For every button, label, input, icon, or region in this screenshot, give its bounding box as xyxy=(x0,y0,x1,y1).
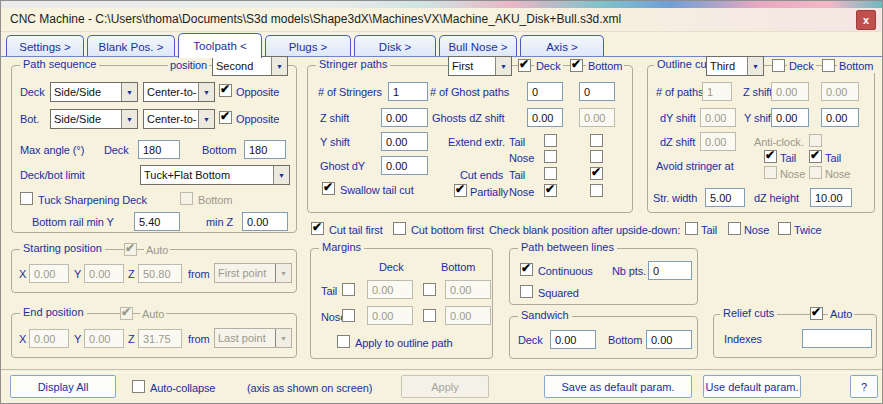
bottom-rail-min-y-field[interactable]: 5.40 xyxy=(134,212,180,231)
sandwich-title: Sandwich xyxy=(518,309,572,322)
end-y-field: 0.00 xyxy=(84,329,124,348)
sandwich-group: Sandwich Deck 0.00 Bottom 0.00 xyxy=(509,316,698,359)
auto-collapse-checkbox[interactable] xyxy=(132,380,145,393)
margins-tail-deck-checkbox[interactable] xyxy=(342,283,355,296)
close-icon: x xyxy=(863,14,869,26)
margins-tail-bottom-field: 0.00 xyxy=(445,280,491,299)
indexes-field[interactable] xyxy=(802,329,872,348)
ghost-paths-deck-field[interactable]: 0 xyxy=(527,82,563,101)
max-angle-bottom-field[interactable]: 180 xyxy=(244,140,286,159)
upside-down-twice-label: Twice xyxy=(794,224,822,237)
bot-opposite-checkbox[interactable] xyxy=(219,111,232,124)
tab-disk[interactable]: Disk > xyxy=(354,35,436,57)
sandwich-bottom-field[interactable]: 0.00 xyxy=(646,330,692,349)
upside-down-tail-checkbox[interactable] xyxy=(685,222,698,235)
y-shift-field[interactable]: 0.00 xyxy=(381,132,428,151)
cut-ends-nose-bottom-checkbox[interactable] xyxy=(590,184,603,197)
tab-plugs[interactable]: Plugs > xyxy=(265,35,351,57)
relief-auto-checkbox[interactable] xyxy=(810,307,823,320)
deck-direction-select[interactable]: Center-to-▼ xyxy=(143,82,215,102)
chevron-down-icon: ▼ xyxy=(121,110,137,128)
avoid-nose-bottom-label: Nose xyxy=(825,168,850,181)
margins-tail-bottom-checkbox[interactable] xyxy=(423,283,436,296)
ghosts-dz-deck-field[interactable]: 0.00 xyxy=(527,108,563,127)
min-z-field[interactable]: 0.00 xyxy=(242,212,288,231)
avoid-tail-deck-checkbox[interactable] xyxy=(764,150,777,163)
swallow-tail-cut-checkbox[interactable] xyxy=(322,182,335,195)
stringer-order-select[interactable]: First▼ xyxy=(448,56,512,76)
deck-bot-limit-select[interactable]: Tuck+Flat Bottom▼ xyxy=(140,165,290,185)
start-z-field: 50.80 xyxy=(138,264,182,283)
outline-y-shift-bottom-field[interactable]: 0.00 xyxy=(821,108,859,127)
upside-down-twice-checkbox[interactable] xyxy=(778,222,791,235)
z-shift-field[interactable]: 0.00 xyxy=(381,108,428,127)
cut-tail-first-checkbox[interactable] xyxy=(311,222,324,235)
tab-blank-pos[interactable]: Blank Pos. > xyxy=(87,35,175,57)
margins-nose-bottom-checkbox[interactable] xyxy=(423,309,436,322)
end-y-label: Y xyxy=(74,333,81,346)
extend-nose-bottom-checkbox[interactable] xyxy=(590,150,603,163)
outline-deck-checkbox[interactable] xyxy=(772,59,785,72)
tab-settings[interactable]: Settings > xyxy=(6,35,84,57)
num-paths-label: # of paths xyxy=(656,86,703,99)
outline-bottom-checkbox[interactable] xyxy=(822,59,835,72)
continuous-checkbox[interactable] xyxy=(520,263,533,276)
nb-pts-field[interactable]: 0 xyxy=(648,261,692,280)
ghost-paths-label: # of Ghost paths xyxy=(430,86,509,99)
title-bar[interactable]: CNC Machine - C:\Users\thoma\Documents\S… xyxy=(1,8,882,32)
margins-nose-deck-checkbox[interactable] xyxy=(342,309,355,322)
dz-height-field[interactable]: 10.00 xyxy=(810,188,852,207)
save-default-button[interactable]: Save as default param. xyxy=(544,375,692,398)
check-blank-label: Check blank position after upside-down: xyxy=(489,224,680,237)
outline-y-shift-deck-field[interactable]: 0.00 xyxy=(771,108,809,127)
extend-tail-bottom-checkbox[interactable] xyxy=(590,134,603,147)
deck-mode-select[interactable]: Side/Side▼ xyxy=(50,82,138,102)
sandwich-deck-field[interactable]: 0.00 xyxy=(550,330,596,349)
tab-axis[interactable]: Axis > xyxy=(520,35,604,57)
start-x-field: 0.00 xyxy=(29,264,69,283)
stringer-bottom-checkbox[interactable] xyxy=(570,59,583,72)
start-from-value: First point xyxy=(215,264,275,282)
upside-down-nose-checkbox[interactable] xyxy=(728,222,741,235)
extend-nose-deck-checkbox[interactable] xyxy=(544,150,557,163)
max-angle-deck-field[interactable]: 180 xyxy=(138,140,180,159)
avoid-tail-deck-label: Tail xyxy=(780,152,796,165)
str-width-field[interactable]: 5.00 xyxy=(705,188,745,207)
squared-checkbox[interactable] xyxy=(520,285,533,298)
starting-position-group: Starting position Auto X 0.00 Y 0.00 Z 5… xyxy=(11,249,297,293)
close-button[interactable]: x xyxy=(856,10,876,30)
use-default-button[interactable]: Use default param. xyxy=(703,375,801,398)
ghost-dy-field[interactable]: 0.00 xyxy=(381,156,428,175)
ghost-paths-bottom-field[interactable]: 0 xyxy=(579,82,615,101)
bot-direction-select[interactable]: Center-to-▼ xyxy=(143,109,215,129)
start-z-label: Z xyxy=(128,268,135,281)
bot-mode-select[interactable]: Side/Side▼ xyxy=(50,109,138,129)
apply-to-outline-checkbox[interactable] xyxy=(337,335,350,348)
continuous-label: Continuous xyxy=(538,265,593,278)
y-shift-label: Y shift xyxy=(320,136,350,149)
help-button[interactable]: ? xyxy=(850,375,878,398)
avoid-tail-bottom-checkbox[interactable] xyxy=(809,150,822,163)
str-width-label: Str. width xyxy=(653,192,697,205)
cut-ends-nose-label: Nose xyxy=(509,186,534,199)
stringer-deck-checkbox[interactable] xyxy=(518,59,531,72)
partially-checkbox[interactable] xyxy=(454,184,467,197)
num-stringers-field[interactable]: 1 xyxy=(388,82,428,101)
end-position-group: End position Auto X 0.00 Y 0.00 Z 31.75 … xyxy=(11,313,297,358)
cut-ends-tail-bottom-checkbox[interactable] xyxy=(590,167,603,180)
position-select[interactable]: Second▼ xyxy=(212,56,288,76)
cut-bottom-first-checkbox[interactable] xyxy=(393,222,406,235)
outline-order-select[interactable]: Third▼ xyxy=(706,56,764,76)
tab-bull-nose[interactable]: Bull Nose > xyxy=(439,35,517,57)
cut-ends-tail-deck-checkbox[interactable] xyxy=(544,167,557,180)
tuck-sharpening-deck-checkbox[interactable] xyxy=(20,192,33,205)
extend-tail-deck-checkbox[interactable] xyxy=(544,134,557,147)
cut-ends-nose-deck-checkbox[interactable] xyxy=(544,184,557,197)
bot-opposite-label: Opposite xyxy=(236,113,279,126)
tab-toolpath[interactable]: Toolpath < xyxy=(178,33,262,58)
deck-opposite-checkbox[interactable] xyxy=(219,84,232,97)
start-from-label: from xyxy=(188,268,210,281)
display-all-button[interactable]: Display All xyxy=(10,375,116,398)
outline-cut-group: Outline cut Third▼ Deck Bottom # of path… xyxy=(647,65,875,213)
end-auto-checkbox xyxy=(120,307,133,320)
